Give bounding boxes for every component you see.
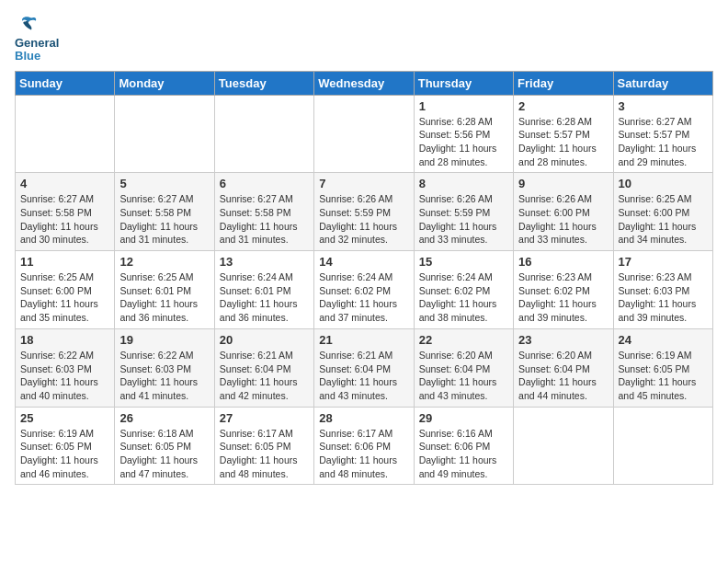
- day-number: 25: [20, 411, 109, 425]
- day-info: Sunrise: 6:19 AM Sunset: 6:05 PM Dayligh…: [619, 349, 708, 403]
- calendar-cell: 14Sunrise: 6:24 AM Sunset: 6:02 PM Dayli…: [314, 251, 414, 329]
- day-info: Sunrise: 6:21 AM Sunset: 6:04 PM Dayligh…: [220, 349, 309, 403]
- calendar-cell: 9Sunrise: 6:26 AM Sunset: 6:00 PM Daylig…: [514, 173, 613, 251]
- day-info: Sunrise: 6:16 AM Sunset: 6:06 PM Dayligh…: [419, 427, 508, 481]
- day-number: 14: [319, 255, 408, 269]
- day-info: Sunrise: 6:28 AM Sunset: 5:56 PM Dayligh…: [419, 115, 508, 169]
- header-tuesday: Tuesday: [214, 71, 313, 95]
- calendar-cell: 5Sunrise: 6:27 AM Sunset: 5:58 PM Daylig…: [115, 173, 214, 251]
- day-number: 4: [20, 177, 109, 190]
- day-number: 29: [419, 411, 508, 425]
- day-info: Sunrise: 6:27 AM Sunset: 5:58 PM Dayligh…: [20, 192, 109, 247]
- day-number: 1: [419, 99, 508, 113]
- calendar-cell: 3Sunrise: 6:27 AM Sunset: 5:57 PM Daylig…: [613, 95, 712, 173]
- calendar-cell: 11Sunrise: 6:25 AM Sunset: 6:00 PM Dayli…: [16, 251, 115, 329]
- day-number: 27: [220, 411, 309, 425]
- calendar-cell: 20Sunrise: 6:21 AM Sunset: 6:04 PM Dayli…: [214, 328, 313, 407]
- header-wednesday: Wednesday: [314, 71, 414, 95]
- calendar-cell: 21Sunrise: 6:21 AM Sunset: 6:04 PM Dayli…: [314, 328, 414, 407]
- day-number: 24: [619, 333, 708, 347]
- day-number: 15: [419, 255, 508, 269]
- calendar-table: SundayMondayTuesdayWednesdayThursdayFrid…: [15, 71, 713, 486]
- day-info: Sunrise: 6:17 AM Sunset: 6:06 PM Dayligh…: [319, 427, 408, 481]
- header-monday: Monday: [115, 71, 214, 95]
- day-number: 12: [119, 255, 209, 269]
- header-sunday: Sunday: [16, 71, 115, 95]
- calendar-week-row: 11Sunrise: 6:25 AM Sunset: 6:00 PM Dayli…: [16, 251, 713, 329]
- day-info: Sunrise: 6:24 AM Sunset: 6:02 PM Dayligh…: [319, 270, 408, 325]
- calendar-week-row: 25Sunrise: 6:19 AM Sunset: 6:05 PM Dayli…: [16, 407, 713, 485]
- day-info: Sunrise: 6:27 AM Sunset: 5:58 PM Dayligh…: [220, 192, 309, 247]
- day-info: Sunrise: 6:25 AM Sunset: 6:00 PM Dayligh…: [619, 192, 708, 247]
- calendar-header-row: SundayMondayTuesdayWednesdayThursdayFrid…: [16, 71, 713, 95]
- day-info: Sunrise: 6:17 AM Sunset: 6:05 PM Dayligh…: [220, 427, 309, 481]
- day-number: 28: [319, 411, 408, 425]
- day-number: 11: [20, 255, 109, 269]
- calendar-cell: 23Sunrise: 6:20 AM Sunset: 6:04 PM Dayli…: [514, 328, 613, 407]
- calendar-cell: 2Sunrise: 6:28 AM Sunset: 5:57 PM Daylig…: [514, 95, 613, 173]
- day-info: Sunrise: 6:27 AM Sunset: 5:57 PM Dayligh…: [619, 115, 708, 169]
- calendar-cell: 22Sunrise: 6:20 AM Sunset: 6:04 PM Dayli…: [414, 328, 513, 407]
- day-info: Sunrise: 6:23 AM Sunset: 6:03 PM Dayligh…: [619, 270, 708, 325]
- day-info: Sunrise: 6:21 AM Sunset: 6:04 PM Dayligh…: [319, 349, 408, 403]
- calendar-cell: 7Sunrise: 6:26 AM Sunset: 5:59 PM Daylig…: [314, 173, 414, 251]
- day-info: Sunrise: 6:24 AM Sunset: 6:01 PM Dayligh…: [220, 270, 309, 325]
- calendar-cell: [115, 95, 214, 173]
- day-number: 22: [419, 333, 508, 347]
- day-info: Sunrise: 6:19 AM Sunset: 6:05 PM Dayligh…: [20, 427, 109, 481]
- day-info: Sunrise: 6:28 AM Sunset: 5:57 PM Dayligh…: [518, 115, 608, 169]
- calendar-cell: 4Sunrise: 6:27 AM Sunset: 5:58 PM Daylig…: [16, 173, 115, 251]
- calendar-cell: [16, 95, 115, 173]
- calendar-cell: 16Sunrise: 6:23 AM Sunset: 6:02 PM Dayli…: [514, 251, 613, 329]
- calendar-cell: 12Sunrise: 6:25 AM Sunset: 6:01 PM Dayli…: [115, 251, 214, 329]
- day-info: Sunrise: 6:22 AM Sunset: 6:03 PM Dayligh…: [20, 349, 109, 403]
- day-number: 17: [619, 255, 708, 269]
- calendar-cell: 8Sunrise: 6:26 AM Sunset: 5:59 PM Daylig…: [414, 173, 513, 251]
- calendar-cell: [314, 95, 414, 173]
- day-info: Sunrise: 6:24 AM Sunset: 6:02 PM Dayligh…: [419, 270, 508, 325]
- day-number: 26: [119, 411, 209, 425]
- logo-bird-icon: [17, 15, 39, 33]
- calendar-cell: 6Sunrise: 6:27 AM Sunset: 5:58 PM Daylig…: [214, 173, 313, 251]
- day-number: 9: [518, 177, 608, 190]
- calendar-cell: 27Sunrise: 6:17 AM Sunset: 6:05 PM Dayli…: [214, 407, 313, 485]
- calendar-cell: 17Sunrise: 6:23 AM Sunset: 6:03 PM Dayli…: [613, 251, 712, 329]
- day-info: Sunrise: 6:25 AM Sunset: 6:00 PM Dayligh…: [20, 270, 109, 325]
- day-info: Sunrise: 6:20 AM Sunset: 6:04 PM Dayligh…: [419, 349, 508, 403]
- calendar-cell: 28Sunrise: 6:17 AM Sunset: 6:06 PM Dayli…: [314, 407, 414, 485]
- header-thursday: Thursday: [414, 71, 513, 95]
- day-number: 8: [419, 177, 508, 190]
- calendar-cell: 25Sunrise: 6:19 AM Sunset: 6:05 PM Dayli…: [16, 407, 115, 485]
- day-number: 6: [220, 177, 309, 190]
- calendar-cell: 10Sunrise: 6:25 AM Sunset: 6:00 PM Dayli…: [613, 173, 712, 251]
- header-saturday: Saturday: [613, 71, 712, 95]
- day-info: Sunrise: 6:20 AM Sunset: 6:04 PM Dayligh…: [518, 349, 608, 403]
- day-number: 19: [119, 333, 209, 347]
- day-number: 13: [220, 255, 309, 269]
- calendar-week-row: 18Sunrise: 6:22 AM Sunset: 6:03 PM Dayli…: [16, 328, 713, 407]
- day-info: Sunrise: 6:27 AM Sunset: 5:58 PM Dayligh…: [119, 192, 209, 247]
- calendar-cell: 15Sunrise: 6:24 AM Sunset: 6:02 PM Dayli…: [414, 251, 513, 329]
- logo: General Blue: [15, 15, 59, 63]
- calendar-cell: 24Sunrise: 6:19 AM Sunset: 6:05 PM Dayli…: [613, 328, 712, 407]
- calendar-cell: 19Sunrise: 6:22 AM Sunset: 6:03 PM Dayli…: [115, 328, 214, 407]
- header-friday: Friday: [514, 71, 613, 95]
- day-number: 16: [518, 255, 608, 269]
- day-info: Sunrise: 6:25 AM Sunset: 6:01 PM Dayligh…: [119, 270, 209, 325]
- day-info: Sunrise: 6:26 AM Sunset: 6:00 PM Dayligh…: [518, 192, 608, 247]
- calendar-cell: 29Sunrise: 6:16 AM Sunset: 6:06 PM Dayli…: [414, 407, 513, 485]
- day-number: 7: [319, 177, 408, 190]
- day-info: Sunrise: 6:18 AM Sunset: 6:05 PM Dayligh…: [119, 427, 209, 481]
- day-number: 5: [119, 177, 209, 190]
- calendar-week-row: 1Sunrise: 6:28 AM Sunset: 5:56 PM Daylig…: [16, 95, 713, 173]
- calendar-cell: 1Sunrise: 6:28 AM Sunset: 5:56 PM Daylig…: [414, 95, 513, 173]
- day-info: Sunrise: 6:22 AM Sunset: 6:03 PM Dayligh…: [119, 349, 209, 403]
- day-number: 18: [20, 333, 109, 347]
- logo-text: General Blue: [15, 37, 59, 63]
- day-number: 10: [619, 177, 708, 190]
- calendar-cell: 18Sunrise: 6:22 AM Sunset: 6:03 PM Dayli…: [16, 328, 115, 407]
- calendar-week-row: 4Sunrise: 6:27 AM Sunset: 5:58 PM Daylig…: [16, 173, 713, 251]
- day-info: Sunrise: 6:23 AM Sunset: 6:02 PM Dayligh…: [518, 270, 608, 325]
- day-number: 2: [518, 99, 608, 113]
- page-header: General Blue: [15, 15, 713, 63]
